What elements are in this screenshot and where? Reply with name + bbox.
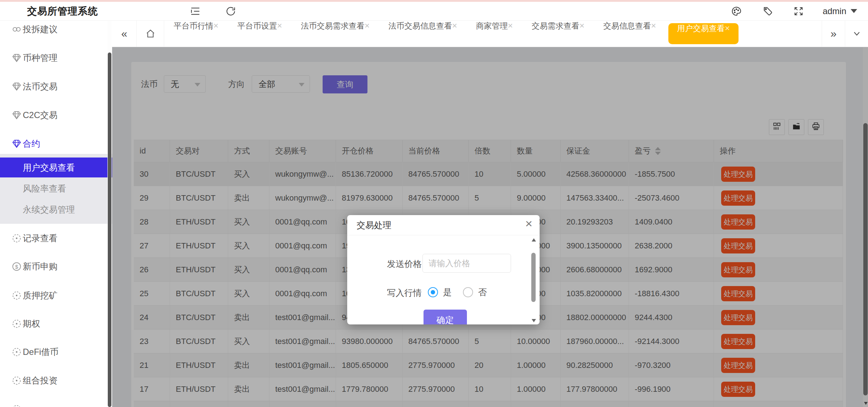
radio-yes[interactable]: 是 — [428, 286, 452, 298]
radio-no-label: 否 — [478, 286, 487, 298]
radio-unselected-icon — [463, 287, 473, 297]
tab-用户交易查看[interactable]: 用户交易查看× — [668, 23, 739, 44]
modal-scrollbar-thumb[interactable] — [531, 253, 536, 302]
scrollbar-up-arrow-icon[interactable] — [532, 238, 536, 242]
close-icon[interactable]: × — [525, 217, 532, 230]
sidebar-item-质押挖矿[interactable]: 质押挖矿 — [0, 281, 112, 310]
tab-close-icon[interactable]: × — [725, 23, 730, 33]
refresh-icon[interactable] — [224, 4, 238, 18]
circle-dot-icon — [11, 346, 22, 358]
tab-close-icon[interactable]: × — [452, 21, 457, 30]
sidebar-item-期权[interactable]: 期权 — [0, 309, 112, 338]
tab-法币交易需求查看[interactable]: 法币交易需求查看× — [292, 21, 379, 47]
sidebar-subitem-用户交易查看[interactable]: 用户交易查看 — [0, 158, 112, 177]
tab-close-icon[interactable]: × — [508, 21, 513, 30]
user-menu[interactable]: admin — [823, 6, 857, 16]
circle-dot-icon — [11, 232, 22, 244]
contract-submenu: 用户交易查看风险率查看永续交易管理 — [0, 154, 112, 224]
sidebar-scrollbar[interactable] — [107, 21, 112, 407]
tab-交易信息查看[interactable]: 交易信息查看× — [594, 21, 665, 47]
top-bar: 交易所管理系统 admin — [0, 2, 868, 21]
send-price-label: 发送价格 — [387, 258, 422, 270]
tab-close-icon[interactable]: × — [213, 21, 218, 30]
sidebar-subitem-永续交易管理[interactable]: 永续交易管理 — [0, 200, 112, 219]
tab-交易需求查看[interactable]: 交易需求查看× — [522, 21, 594, 47]
confirm-button[interactable]: 确定 — [424, 310, 467, 324]
sidebar-item-法币交易[interactable]: 法币交易 — [0, 72, 112, 101]
gem-icon — [11, 109, 22, 121]
tab-close-icon[interactable]: × — [579, 21, 584, 30]
modal-title: 交易处理 — [357, 219, 391, 231]
modal-header: 交易处理 × — [347, 215, 540, 235]
sidebar-item-币种管理[interactable]: 币种管理 — [0, 43, 112, 72]
gem-icon — [11, 52, 22, 64]
tab-平台币设置[interactable]: 平台币设置× — [228, 21, 292, 47]
tab-bar: « 平台币行情×平台币设置×法币交易需求查看×法币交易信息查看×商家管理×交易需… — [112, 21, 868, 47]
sidebar-item-partial[interactable] — [0, 395, 112, 407]
content-pane: 法币 无 方向 全部 查询 id交易对方式交易账号开仓价格当前价格倍数数量保证金… — [112, 47, 868, 407]
caret-down-icon — [851, 9, 857, 13]
tabs-menu-icon[interactable] — [845, 21, 868, 47]
modal-scrollbar[interactable] — [531, 238, 536, 322]
circle-dot-icon — [11, 318, 22, 330]
app-title: 交易所管理系统 — [27, 5, 98, 18]
tabs-scroll-right-icon[interactable]: » — [822, 21, 845, 47]
radio-selected-icon — [428, 287, 438, 297]
circle-dot-icon — [11, 403, 22, 407]
radio-no[interactable]: 否 — [463, 286, 487, 298]
sidebar-scrollbar-thumb[interactable] — [108, 53, 111, 407]
tab-close-icon[interactable]: × — [651, 21, 656, 30]
circle-dot-icon — [11, 290, 22, 301]
tab-法币交易信息查看[interactable]: 法币交易信息查看× — [379, 21, 467, 47]
trade-process-modal: 交易处理 × 发送价格 写入行情 是 否 确定 — [347, 215, 540, 324]
tab-close-icon[interactable]: × — [365, 21, 370, 30]
tab-商家管理[interactable]: 商家管理× — [467, 21, 522, 47]
link-icon — [11, 24, 22, 35]
tag-icon[interactable] — [761, 4, 774, 18]
sidebar-item-C2C交易[interactable]: C2C交易 — [0, 101, 112, 130]
sidebar-item-投拆建议[interactable]: 投拆建议 — [0, 21, 112, 44]
gem-icon — [11, 138, 22, 150]
tabs-scroll-left-icon[interactable]: « — [112, 21, 137, 47]
palette-icon[interactable] — [729, 4, 743, 18]
sidebar-item-组合投资[interactable]: 组合投资 — [0, 366, 112, 395]
gem-icon — [11, 81, 22, 92]
collapse-menu-icon[interactable] — [188, 4, 202, 18]
sidebar-item-记录查看[interactable]: 记录查看 — [0, 224, 112, 253]
tab-close-icon[interactable]: × — [277, 21, 282, 30]
circle-dot-icon — [11, 375, 22, 386]
home-tab-icon[interactable] — [137, 21, 164, 47]
tab-平台币行情[interactable]: 平台币行情× — [164, 21, 228, 47]
send-price-input[interactable] — [422, 254, 511, 273]
user-name: admin — [823, 6, 846, 16]
sidebar-item-新币申购[interactable]: $新币申购 — [0, 252, 112, 281]
write-quote-label: 写入行情 — [387, 287, 422, 299]
sidebar-item-DeFi借币[interactable]: DeFi借币 — [0, 337, 112, 366]
scrollbar-down-arrow-icon[interactable] — [532, 319, 536, 322]
sidebar: 投拆建议币种管理法币交易C2C交易合约用户交易查看风险率查看永续交易管理记录查看… — [0, 21, 112, 407]
fullscreen-icon[interactable] — [792, 4, 805, 18]
dollar-circle-icon: $ — [11, 261, 22, 272]
svg-text:$: $ — [15, 264, 18, 270]
sidebar-subitem-风险率查看[interactable]: 风险率查看 — [0, 179, 112, 198]
radio-yes-label: 是 — [443, 286, 452, 298]
